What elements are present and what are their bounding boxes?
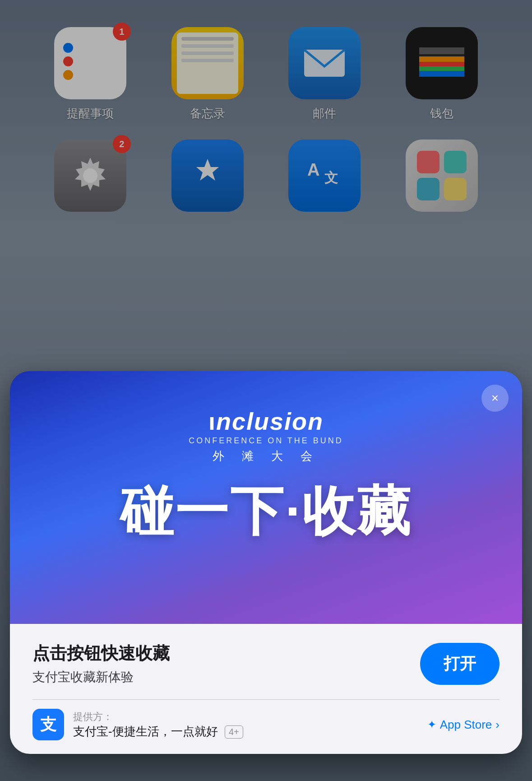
modal-banner: × ınclusion CONFERENCE ON THE BUND 外 滩 大…	[10, 371, 522, 624]
provider-text: 提供方： 支付宝-便捷生活，一点就好 4+	[73, 710, 243, 739]
alipay-logo-text: 支	[40, 714, 56, 736]
open-button[interactable]: 打开	[420, 643, 500, 685]
appstore-link-icon: ✦	[427, 718, 436, 731]
modal-footer: 支 提供方： 支付宝-便捷生活，一点就好 4+ ✦ App Store ›	[32, 709, 500, 740]
action-title: 点击按钮快速收藏	[32, 642, 170, 665]
modal-bottom: 点击按钮快速收藏 支付宝收藏新体验 打开 支 提供方： 支付宝-便捷生活，一点就…	[10, 624, 522, 754]
action-subtitle: 支付宝收藏新体验	[32, 669, 170, 686]
provider-name: 支付宝-便捷生活，一点就好 4+	[73, 724, 243, 739]
appstore-link-label: App Store	[440, 718, 492, 732]
modal-card: × ınclusion CONFERENCE ON THE BUND 外 滩 大…	[10, 371, 522, 754]
main-slogan: 碰一下·收藏	[120, 482, 412, 541]
provider-label: 提供方：	[73, 710, 243, 724]
provider-info: 支 提供方： 支付宝-便捷生活，一点就好 4+	[32, 709, 243, 740]
close-icon: ×	[491, 392, 499, 404]
inclusion-chinese: 外 滩 大 会	[189, 448, 343, 464]
rating-badge: 4+	[225, 725, 243, 739]
inclusion-title: ınclusion	[189, 407, 343, 435]
inclusion-subtitle: CONFERENCE ON THE BUND	[189, 436, 343, 446]
modal-action-row: 点击按钮快速收藏 支付宝收藏新体验 打开	[32, 642, 500, 686]
modal-action-text: 点击按钮快速收藏 支付宝收藏新体验	[32, 642, 170, 686]
modal-divider	[32, 699, 500, 700]
appstore-link[interactable]: ✦ App Store ›	[427, 718, 500, 732]
inclusion-logo: ınclusion CONFERENCE ON THE BUND 外 滩 大 会	[189, 407, 343, 464]
alipay-icon: 支	[32, 709, 64, 740]
close-button[interactable]: ×	[481, 385, 509, 412]
appstore-chevron: ›	[495, 718, 500, 732]
